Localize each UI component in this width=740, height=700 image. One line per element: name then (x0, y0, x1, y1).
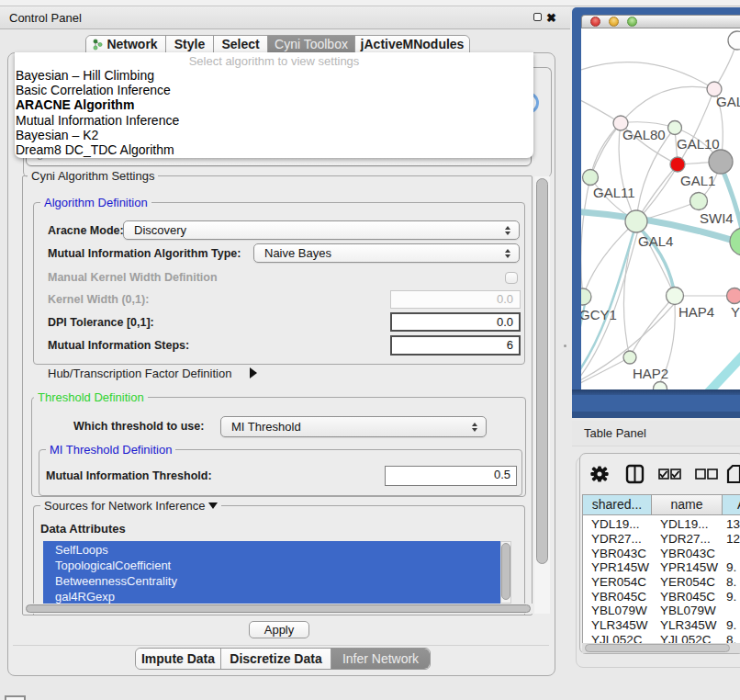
svg-text:Y: Y (731, 304, 740, 320)
svg-text:HAP2: HAP2 (633, 366, 668, 381)
svg-text:GAL: GAL (716, 94, 740, 109)
svg-text:GAL1: GAL1 (680, 173, 715, 188)
svg-text:GAL80: GAL80 (622, 127, 666, 142)
svg-text:GAL10: GAL10 (677, 136, 720, 152)
svg-text:GAL4: GAL4 (638, 233, 673, 249)
svg-text:HAP4: HAP4 (678, 304, 714, 320)
svg-text:GCY1: GCY1 (581, 307, 617, 322)
svg-text:GAL11: GAL11 (593, 185, 635, 200)
svg-text:SWI4: SWI4 (700, 210, 734, 226)
